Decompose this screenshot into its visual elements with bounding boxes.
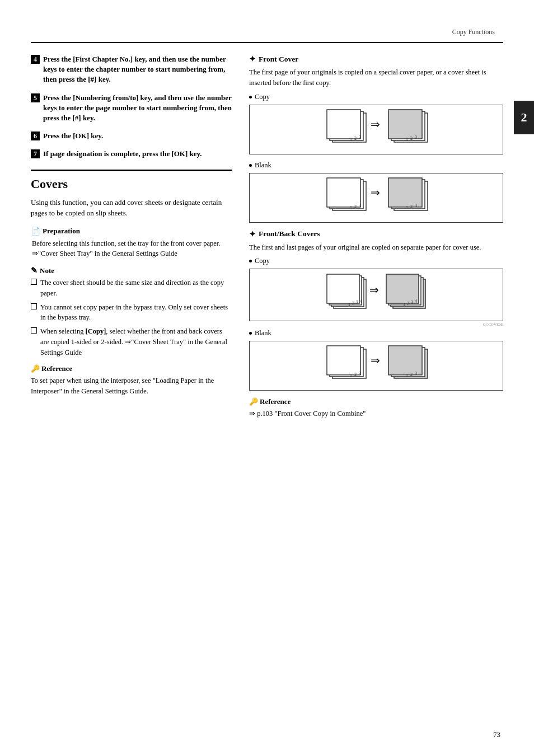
svg-text:3: 3 — [415, 203, 417, 208]
preparation-icon: 📄 — [31, 227, 40, 236]
content-area: 4 Press the [First Chapter No.] key, and… — [0, 54, 534, 419]
note-text-3: When selecting [Copy], select whether th… — [40, 326, 232, 358]
front-back-blank-diagram: 1 2 3 ⇒ 1 2 3 — [249, 341, 503, 391]
svg-text:3: 3 — [359, 371, 361, 376]
svg-text:2: 2 — [354, 372, 357, 377]
section-intro: Using this function, you can add cover s… — [31, 197, 232, 219]
watermark: GCCOVE0E — [249, 322, 503, 327]
svg-text:1: 1 — [350, 373, 352, 378]
svg-text:2: 2 — [352, 301, 354, 306]
front-cover-blank-diagram: 1 2 3 ⇒ 1 2 3 — [249, 173, 503, 223]
page-number: 73 — [493, 730, 500, 739]
svg-text:3: 3 — [359, 203, 361, 208]
front-cover-blank-svg: 1 2 3 ⇒ 1 2 3 — [320, 177, 432, 219]
front-back-copy-diagram: 1 2 3 4 ⇒ 1 2 3 4 — [249, 269, 503, 321]
right-reference-body: ⇒ p.103 "Front Cover Copy in Combine" — [249, 408, 503, 419]
section-title: Covers — [31, 177, 232, 191]
step-7-text: If page designation is complete, press t… — [43, 149, 202, 159]
svg-text:3: 3 — [415, 135, 417, 140]
diamond-icon-1: ✦ — [249, 54, 256, 64]
left-column: 4 Press the [First Chapter No.] key, and… — [31, 54, 243, 419]
step-4-text: Press the [First Chapter No.] key, and t… — [43, 54, 232, 85]
svg-text:⇒: ⇒ — [371, 186, 380, 199]
step-4: 4 Press the [First Chapter No.] key, and… — [31, 54, 232, 85]
svg-text:2: 2 — [407, 301, 409, 306]
svg-text:1: 1 — [406, 373, 408, 378]
bullet-dot-3 — [249, 260, 252, 262]
front-back-bullet-copy: Copy — [249, 257, 503, 265]
svg-text:⇒: ⇒ — [371, 354, 380, 367]
note-icon: ✎ — [31, 266, 38, 275]
svg-text:2: 2 — [354, 204, 357, 209]
svg-text:⇒: ⇒ — [369, 284, 379, 296]
svg-rect-15 — [327, 178, 360, 207]
right-reference-title: 🔑 Reference — [249, 397, 503, 406]
preparation-body: Before selecting this function, set the … — [31, 238, 232, 260]
note-checkbox-2 — [31, 303, 37, 309]
page: 2 Copy Functions 4 Press the [First Chap… — [0, 0, 534, 756]
svg-rect-22 — [388, 178, 422, 207]
note-checkbox-1 — [31, 279, 37, 285]
reference-icon-right: 🔑 — [249, 397, 258, 406]
svg-text:1: 1 — [348, 302, 350, 307]
svg-rect-38 — [386, 274, 419, 303]
left-reference-title: 🔑 Reference — [31, 364, 232, 373]
front-back-bullet-blank: Blank — [249, 329, 503, 337]
front-cover-bullet-blank: Blank — [249, 161, 503, 170]
note-item-3: When selecting [Copy], select whether th… — [31, 326, 232, 358]
step-5-text: Press the [Numbering from/to] key, and t… — [43, 93, 232, 124]
reference-icon-left: 🔑 — [31, 364, 40, 373]
note-checkbox-3 — [31, 327, 37, 334]
bullet-dot-1 — [249, 96, 252, 98]
svg-text:2: 2 — [410, 136, 413, 141]
svg-rect-29 — [327, 274, 359, 303]
note-item-2: You cannot set copy paper in the bypass … — [31, 302, 232, 323]
svg-text:2: 2 — [354, 136, 357, 141]
bullet-dot-4 — [249, 332, 252, 335]
svg-text:1: 1 — [406, 205, 408, 210]
section-divider — [31, 170, 232, 171]
step-6-num: 6 — [31, 132, 40, 140]
front-back-covers-body: The first and last pages of your origina… — [249, 242, 503, 253]
front-back-covers-head: ✦ Front/Back Covers — [249, 229, 503, 239]
front-back-blank-svg: 1 2 3 ⇒ 1 2 3 — [320, 345, 432, 387]
svg-text:3: 3 — [415, 371, 417, 376]
svg-text:4: 4 — [415, 299, 417, 304]
svg-text:3: 3 — [411, 300, 413, 305]
front-cover-copy-svg: 1 2 3 ⇒ 1 2 3 — [320, 109, 432, 151]
diamond-icon-2: ✦ — [249, 229, 256, 239]
page-header: Copy Functions — [0, 22, 534, 36]
note-text-2: You cannot set copy paper in the bypass … — [40, 302, 232, 323]
header-line — [31, 42, 503, 43]
svg-rect-9 — [388, 110, 422, 139]
preparation-section: 📄 Preparation Before selecting this func… — [31, 227, 232, 260]
svg-text:2: 2 — [410, 372, 413, 377]
note-text-1: The cover sheet should be the same size … — [40, 278, 232, 299]
svg-text:1: 1 — [403, 302, 405, 307]
step-4-num: 4 — [31, 55, 40, 64]
step-7: 7 If page designation is complete, press… — [31, 149, 232, 159]
step-6: 6 Press the [OK] key. — [31, 131, 232, 141]
front-back-copy-svg: 1 2 3 4 ⇒ 1 2 3 4 — [320, 273, 432, 317]
note-title: ✎ Note — [31, 266, 232, 275]
svg-text:⇒: ⇒ — [371, 118, 380, 130]
step-5: 5 Press the [Numbering from/to] key, and… — [31, 93, 232, 124]
right-column: ✦ Front Cover The first page of your ori… — [243, 54, 503, 419]
note-item-1: The cover sheet should be the same size … — [31, 278, 232, 299]
preparation-title: 📄 Preparation — [31, 227, 232, 236]
step-5-num: 5 — [31, 93, 40, 102]
svg-text:1: 1 — [350, 137, 352, 142]
svg-text:2: 2 — [410, 204, 413, 209]
chapter-tab: 2 — [514, 101, 534, 134]
front-cover-bullet-copy: Copy — [249, 93, 503, 101]
svg-rect-45 — [327, 346, 360, 375]
svg-rect-2 — [327, 110, 360, 139]
svg-text:1: 1 — [350, 205, 352, 210]
svg-text:1: 1 — [406, 137, 408, 142]
svg-text:3: 3 — [356, 300, 358, 305]
note-section: ✎ Note The cover sheet should be the sam… — [31, 266, 232, 358]
step-6-text: Press the [OK] key. — [43, 131, 103, 141]
front-cover-head: ✦ Front Cover — [249, 54, 503, 64]
right-reference-section: 🔑 Reference ⇒ p.103 "Front Cover Copy in… — [249, 397, 503, 419]
svg-text:3: 3 — [359, 135, 361, 140]
